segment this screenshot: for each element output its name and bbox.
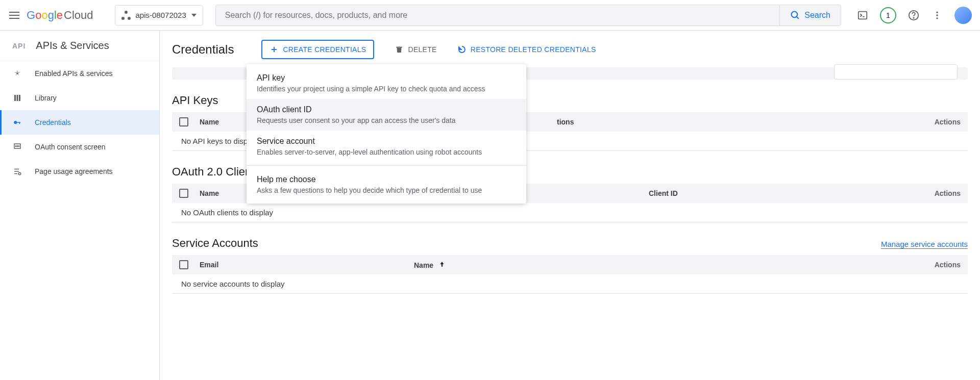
svg-point-5	[913, 17, 914, 18]
column-name[interactable]: Name	[414, 261, 935, 269]
empty-state: No OAuth clients to display	[172, 203, 968, 222]
svg-point-8	[936, 17, 938, 19]
plus-icon	[270, 45, 279, 54]
column-actions: Actions	[935, 118, 961, 126]
svg-rect-12	[19, 95, 20, 101]
agreements-icon	[12, 166, 22, 176]
select-all-checkbox[interactable]	[179, 117, 188, 126]
dropdown-item-service-account[interactable]: Service account Enables server-to-server…	[247, 131, 526, 162]
create-credentials-dropdown: API key Identifies your project using a …	[247, 64, 526, 204]
chevron-down-icon	[191, 14, 197, 17]
user-avatar[interactable]	[954, 7, 972, 24]
sidebar-item-enabled-apis[interactable]: Enabled APIs & services	[0, 61, 159, 86]
project-picker[interactable]: apis-08072023	[115, 5, 203, 26]
svg-point-0	[792, 11, 798, 17]
sidebar-title: API APIs & Services	[0, 31, 159, 61]
search-bar: Search	[215, 5, 841, 26]
project-name: apis-08072023	[136, 11, 186, 19]
consent-screen-icon	[12, 142, 22, 152]
page-title: Credentials	[172, 42, 234, 57]
column-email[interactable]: Email	[200, 261, 414, 269]
section-title: Service Accounts	[172, 237, 258, 250]
svg-point-23	[18, 172, 21, 175]
sidebar-item-label: Page usage agreements	[35, 167, 113, 175]
project-icon	[121, 11, 131, 20]
select-all-checkbox[interactable]	[179, 260, 188, 269]
dropdown-item-help-me-choose[interactable]: Help me choose Asks a few questions to h…	[247, 169, 526, 200]
search-input[interactable]	[216, 11, 780, 20]
svg-point-13	[14, 121, 17, 124]
svg-point-19	[18, 146, 19, 147]
empty-state: No service accounts to display	[172, 274, 968, 294]
delete-button[interactable]: DELETE	[395, 45, 436, 54]
svg-line-1	[797, 16, 799, 18]
key-icon	[12, 117, 22, 128]
sidebar-item-oauth-consent[interactable]: OAuth consent screen	[0, 135, 159, 159]
column-actions: Actions	[935, 189, 961, 197]
svg-point-6	[936, 11, 938, 13]
trash-icon	[395, 45, 404, 54]
sidebar-item-label: Enabled APIs & services	[35, 69, 113, 78]
menu-icon[interactable]	[8, 9, 20, 21]
select-all-checkbox[interactable]	[179, 189, 188, 198]
table-header: Email Name Actions	[172, 255, 968, 274]
api-badge-icon: API	[12, 42, 26, 50]
svg-rect-10	[14, 95, 16, 101]
svg-point-9	[17, 73, 18, 74]
notification-badge[interactable]: 1	[880, 7, 896, 23]
dropdown-item-oauth-client-id[interactable]: OAuth client ID Requests user consent so…	[247, 99, 526, 131]
svg-rect-15	[19, 122, 20, 124]
svg-point-17	[15, 146, 16, 147]
sidebar-item-label: Credentials	[35, 118, 71, 126]
svg-rect-2	[859, 11, 867, 19]
restore-icon	[457, 45, 467, 54]
sidebar: API APIs & Services Enabled APIs & servi…	[0, 31, 160, 380]
cloud-shell-icon[interactable]	[856, 9, 869, 21]
svg-point-18	[17, 146, 18, 147]
library-icon	[12, 93, 22, 103]
help-icon[interactable]	[908, 9, 920, 21]
search-icon	[790, 10, 800, 20]
more-options-icon[interactable]	[931, 9, 943, 21]
sidebar-item-library[interactable]: Library	[0, 86, 159, 110]
section-service-accounts: Service Accounts Manage service accounts…	[172, 237, 968, 294]
sidebar-item-label: OAuth consent screen	[35, 143, 106, 151]
svg-rect-11	[17, 95, 18, 101]
search-button[interactable]: Search	[779, 5, 841, 26]
sort-ascending-icon	[438, 261, 446, 268]
svg-point-7	[936, 14, 938, 16]
enabled-apis-icon	[12, 68, 22, 79]
manage-service-accounts-link[interactable]: Manage service accounts	[881, 240, 968, 249]
create-credentials-button[interactable]: CREATE CREDENTIALS	[261, 40, 374, 59]
column-actions: Actions	[935, 261, 961, 269]
sidebar-item-page-usage[interactable]: Page usage agreements	[0, 159, 159, 184]
sidebar-item-label: Library	[35, 94, 57, 102]
google-cloud-logo[interactable]: Google Cloud	[27, 9, 93, 22]
sidebar-item-credentials[interactable]: Credentials	[0, 110, 159, 135]
restore-button[interactable]: RESTORE DELETED CREDENTIALS	[457, 45, 596, 54]
dropdown-item-api-key[interactable]: API key Identifies your project using a …	[247, 67, 526, 99]
